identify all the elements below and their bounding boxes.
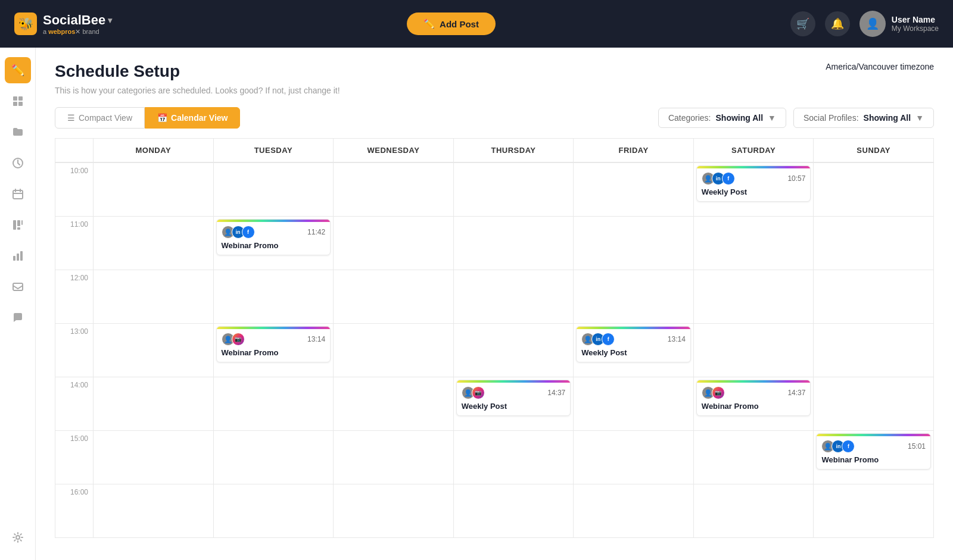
social-profiles-filter[interactable]: Social Profiles: Showing All ▼ <box>793 108 934 128</box>
day-cell-2-0 <box>334 163 454 217</box>
logo[interactable]: 🐝 SocialBee ▾ a webpros✕ brand <box>14 12 112 36</box>
day-cell-1-0 <box>214 163 334 217</box>
event-time: 13:14 <box>307 335 325 343</box>
day-cell-5-0: 👤inf10:57Weekly Post <box>694 163 814 217</box>
logo-chevron: ▾ <box>108 15 112 25</box>
list-icon: ☰ <box>67 113 75 123</box>
user-menu[interactable]: 👤 User Name My Workspace <box>859 11 939 37</box>
categories-filter[interactable]: Categories: Showing All ▼ <box>658 108 786 128</box>
day-header-sunday: SUNDAY <box>814 139 934 163</box>
svg-rect-8 <box>17 227 20 230</box>
logo-bee-icon: 🐝 <box>14 12 37 35</box>
cart-button[interactable]: 🛒 <box>790 11 815 36</box>
sidebar-item-calendar[interactable] <box>5 181 31 207</box>
calendar-event[interactable]: 👤📷14:37Webinar Promo <box>696 380 811 416</box>
event-time: 14:37 <box>547 389 565 397</box>
day-cell-3-2 <box>454 270 574 324</box>
calendar-grid: MONDAY TUESDAY WEDNESDAY THURSDAY FRIDAY… <box>55 138 934 538</box>
day-cell-3-5 <box>454 431 574 484</box>
avatar: 👤 <box>859 11 886 37</box>
day-cell-0-3 <box>94 324 214 377</box>
day-header-saturday: SATURDAY <box>694 139 814 163</box>
svg-rect-5 <box>13 190 23 199</box>
instagram-avatar-icon: 📷 <box>232 333 245 346</box>
day-cell-2-5 <box>334 431 454 484</box>
calendar-view-button[interactable]: 📅 Calendar View <box>145 107 240 129</box>
day-cell-1-3: 👤📷13:14Webinar Promo <box>214 324 334 377</box>
day-cell-2-1 <box>334 217 454 270</box>
sidebar-item-messages[interactable] <box>5 305 31 331</box>
event-time: 15:01 <box>908 442 926 450</box>
day-cell-0-2 <box>94 270 214 324</box>
calendar-event[interactable]: 👤inf15:01Webinar Promo <box>816 433 931 470</box>
sidebar-item-grid[interactable] <box>5 212 31 238</box>
sidebar-item-post[interactable]: ✏️ <box>5 57 31 83</box>
event-title: Webinar Promo <box>821 455 926 464</box>
day-cell-3-4: 👤📷14:37Weekly Post <box>454 377 574 431</box>
day-header-monday: MONDAY <box>94 139 214 163</box>
user-name: User Name <box>892 15 939 24</box>
sidebar-item-analytics[interactable] <box>5 243 31 269</box>
day-cell-0-5 <box>94 431 214 484</box>
timezone-label: America/Vancouver timezone <box>826 62 934 71</box>
day-cell-3-1 <box>454 217 574 270</box>
sidebar-item-schedule[interactable] <box>5 150 31 176</box>
calendar-event[interactable]: 👤inf10:57Weekly Post <box>696 165 811 202</box>
time-label-12:00: 12:00 <box>55 270 94 324</box>
day-cell-1-4 <box>214 377 334 431</box>
day-cell-6-6 <box>814 484 934 538</box>
day-cell-0-6 <box>94 484 214 538</box>
day-cell-2-4 <box>334 377 454 431</box>
day-header-tuesday: TUESDAY <box>214 139 334 163</box>
notifications-button[interactable]: 🔔 <box>825 11 850 36</box>
svg-rect-7 <box>17 220 20 226</box>
sidebar: ✏️ <box>0 48 36 560</box>
edit-icon: ✏️ <box>423 18 435 29</box>
facebook-avatar-icon: f <box>842 440 855 453</box>
svg-point-13 <box>16 536 20 539</box>
day-cell-4-1 <box>574 217 694 270</box>
calendar-event[interactable]: 👤inf13:14Weekly Post <box>576 326 691 362</box>
profiles-chevron: ▼ <box>915 113 924 123</box>
event-title: Weekly Post <box>702 187 806 196</box>
time-label-14:00: 14:00 <box>55 377 94 431</box>
event-time: 13:14 <box>668 335 686 343</box>
facebook-avatar-icon: f <box>602 333 615 346</box>
svg-rect-12 <box>20 251 23 261</box>
instagram-avatar-icon: 📷 <box>712 386 725 399</box>
svg-rect-6 <box>13 220 16 230</box>
day-cell-4-0 <box>574 163 694 217</box>
workspace-label: My Workspace <box>892 24 939 33</box>
day-cell-5-6 <box>694 484 814 538</box>
bell-icon: 🔔 <box>831 17 844 30</box>
sidebar-item-folders[interactable] <box>5 119 31 145</box>
add-post-button[interactable]: ✏️ Add Post <box>407 12 496 35</box>
day-cell-2-3 <box>334 324 454 377</box>
time-header-col <box>55 139 94 163</box>
day-cell-6-3 <box>814 324 934 377</box>
sidebar-item-inbox[interactable] <box>5 274 31 300</box>
calendar-event[interactable]: 👤📷13:14Webinar Promo <box>216 326 331 362</box>
sidebar-item-dashboard[interactable] <box>5 88 31 114</box>
day-cell-4-2 <box>574 270 694 324</box>
sidebar-item-settings[interactable] <box>5 524 31 550</box>
calendar-event[interactable]: 👤inf11:42Webinar Promo <box>216 219 331 255</box>
view-controls: ☰ Compact View 📅 Calendar View Categorie… <box>55 107 934 129</box>
day-cell-1-5 <box>214 431 334 484</box>
svg-rect-0 <box>13 96 17 101</box>
calendar-event[interactable]: 👤📷14:37Weekly Post <box>456 380 571 416</box>
day-header-wednesday: WEDNESDAY <box>334 139 454 163</box>
svg-rect-1 <box>18 96 23 101</box>
day-cell-0-0 <box>94 163 214 217</box>
compact-view-button[interactable]: ☰ Compact View <box>55 107 145 129</box>
day-cell-5-3 <box>694 324 814 377</box>
calendar-container: MONDAY TUESDAY WEDNESDAY THURSDAY FRIDAY… <box>55 138 934 538</box>
day-cell-2-6 <box>334 484 454 538</box>
day-cell-3-0 <box>454 163 574 217</box>
day-cell-6-1 <box>814 217 934 270</box>
page-header: Schedule Setup America/Vancouver timezon… <box>55 62 934 81</box>
day-cell-4-6 <box>574 484 694 538</box>
day-cell-4-4 <box>574 377 694 431</box>
facebook-avatar-icon: f <box>722 172 735 185</box>
day-cell-5-1 <box>694 217 814 270</box>
